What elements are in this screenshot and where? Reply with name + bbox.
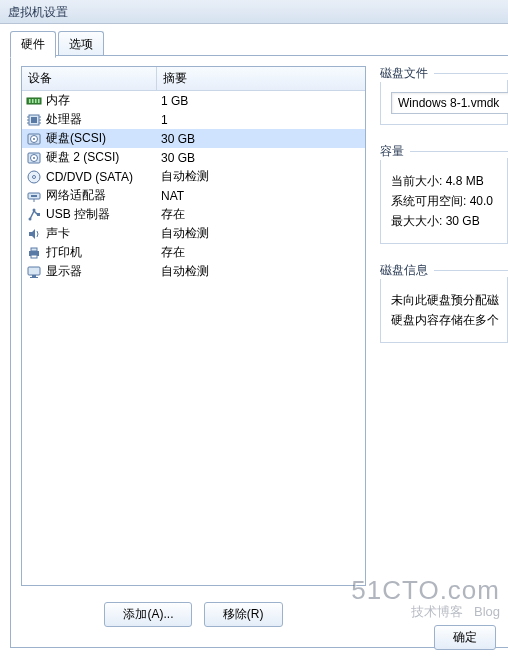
- capacity-label: 容量: [380, 143, 410, 160]
- device-buttons: 添加(A)... 移除(R): [21, 602, 366, 627]
- disk-icon: [26, 131, 42, 147]
- svg-rect-30: [28, 267, 40, 275]
- svg-rect-1: [29, 99, 31, 103]
- capacity-group: 容量 当前大小: 4.8 MB 系统可用空间: 40.0 最大大小: 30 GB: [380, 143, 508, 244]
- disk-file-label: 磁盘文件: [380, 65, 434, 82]
- disk-info-group: 磁盘信息 未向此硬盘预分配磁 硬盘内容存储在多个: [380, 262, 508, 343]
- current-size-label: 当前大小:: [391, 174, 442, 188]
- add-button-label: 添加(A)...: [123, 607, 173, 621]
- device-row[interactable]: 声卡自动检测: [22, 224, 365, 243]
- svg-rect-6: [31, 117, 37, 123]
- add-button[interactable]: 添加(A)...: [104, 602, 192, 627]
- net-icon: [26, 188, 42, 204]
- device-summary: 30 GB: [161, 151, 361, 165]
- disk-file-group: 磁盘文件 Windows 8-1.vmdk: [380, 65, 508, 125]
- device-row[interactable]: CD/DVD (SATA)自动检测: [22, 167, 365, 186]
- ok-button-label: 确定: [453, 630, 477, 644]
- device-summary: 自动检测: [161, 225, 361, 242]
- svg-rect-31: [32, 275, 36, 277]
- device-name: 打印机: [46, 244, 161, 261]
- display-icon: [26, 264, 42, 280]
- tab-options[interactable]: 选项: [58, 31, 104, 57]
- device-summary: NAT: [161, 189, 361, 203]
- svg-rect-4: [38, 99, 40, 103]
- tab-hardware[interactable]: 硬件: [10, 31, 56, 58]
- device-row[interactable]: 硬盘 2 (SCSI)30 GB: [22, 148, 365, 167]
- memory-icon: [26, 93, 42, 109]
- device-list-header: 设备 摘要: [22, 67, 365, 91]
- tab-hardware-label: 硬件: [21, 37, 45, 51]
- device-name: 处理器: [46, 111, 161, 128]
- device-row[interactable]: 处理器1: [22, 110, 365, 129]
- disk-file-value: Windows 8-1.vmdk: [398, 96, 499, 110]
- ok-button[interactable]: 确定: [434, 625, 496, 650]
- device-row[interactable]: 打印机存在: [22, 243, 365, 262]
- svg-point-15: [33, 138, 35, 140]
- svg-rect-25: [37, 213, 40, 216]
- svg-rect-22: [31, 195, 37, 197]
- device-summary: 1 GB: [161, 94, 361, 108]
- device-summary: 1: [161, 113, 361, 127]
- svg-rect-3: [35, 99, 37, 103]
- device-row[interactable]: 硬盘(SCSI)30 GB: [22, 129, 365, 148]
- header-summary: 摘要: [157, 67, 365, 90]
- usb-icon: [26, 207, 42, 223]
- tab-options-label: 选项: [69, 37, 93, 51]
- device-row[interactable]: 内存1 GB: [22, 91, 365, 110]
- device-list[interactable]: 设备 摘要 内存1 GB处理器1硬盘(SCSI)30 GB硬盘 2 (SCSI)…: [21, 66, 366, 586]
- ok-button-area: 确定: [430, 625, 500, 650]
- free-space-line: 系统可用空间: 40.0: [391, 193, 497, 210]
- svg-rect-2: [32, 99, 34, 103]
- disk-file-field[interactable]: Windows 8-1.vmdk: [391, 92, 508, 114]
- free-space-label: 系统可用空间:: [391, 194, 466, 208]
- tabstrip: 硬件 选项: [10, 30, 508, 56]
- device-name: 硬盘 2 (SCSI): [46, 149, 161, 166]
- svg-point-20: [33, 175, 36, 178]
- device-name: 声卡: [46, 225, 161, 242]
- device-name: 显示器: [46, 263, 161, 280]
- device-summary: 存在: [161, 244, 361, 261]
- device-summary: 存在: [161, 206, 361, 223]
- max-size-value: 30 GB: [446, 214, 480, 228]
- device-row[interactable]: 显示器自动检测: [22, 262, 365, 281]
- device-name: 内存: [46, 92, 161, 109]
- device-name: USB 控制器: [46, 206, 161, 223]
- window-titlebar: 虚拟机设置: [0, 0, 508, 24]
- sound-icon: [26, 226, 42, 242]
- detail-column: 磁盘文件 Windows 8-1.vmdk 容量 当前大小: 4.8 MB 系统…: [380, 65, 508, 361]
- cpu-icon: [26, 112, 42, 128]
- current-size-line: 当前大小: 4.8 MB: [391, 173, 497, 190]
- device-summary: 自动检测: [161, 168, 361, 185]
- svg-rect-28: [31, 248, 37, 251]
- disk-info-line2: 硬盘内容存储在多个: [391, 312, 497, 329]
- device-summary: 自动检测: [161, 263, 361, 280]
- max-size-label: 最大大小:: [391, 214, 442, 228]
- device-name: CD/DVD (SATA): [46, 170, 161, 184]
- device-row[interactable]: 网络适配器NAT: [22, 186, 365, 205]
- header-device: 设备: [22, 67, 157, 90]
- printer-icon: [26, 245, 42, 261]
- svg-point-26: [33, 208, 36, 211]
- disk-info-line1: 未向此硬盘预分配磁: [391, 292, 497, 309]
- cd-icon: [26, 169, 42, 185]
- svg-rect-32: [30, 277, 38, 278]
- current-size-value: 4.8 MB: [446, 174, 484, 188]
- svg-rect-29: [31, 255, 37, 258]
- svg-point-18: [33, 157, 35, 159]
- remove-button[interactable]: 移除(R): [204, 602, 283, 627]
- remove-button-label: 移除(R): [223, 607, 264, 621]
- device-name: 硬盘(SCSI): [46, 130, 161, 147]
- disk-info-label: 磁盘信息: [380, 262, 434, 279]
- window-title: 虚拟机设置: [8, 5, 68, 19]
- max-size-line: 最大大小: 30 GB: [391, 213, 497, 230]
- device-row[interactable]: USB 控制器存在: [22, 205, 365, 224]
- device-name: 网络适配器: [46, 187, 161, 204]
- device-summary: 30 GB: [161, 132, 361, 146]
- disk-icon: [26, 150, 42, 166]
- free-space-value: 40.0: [470, 194, 493, 208]
